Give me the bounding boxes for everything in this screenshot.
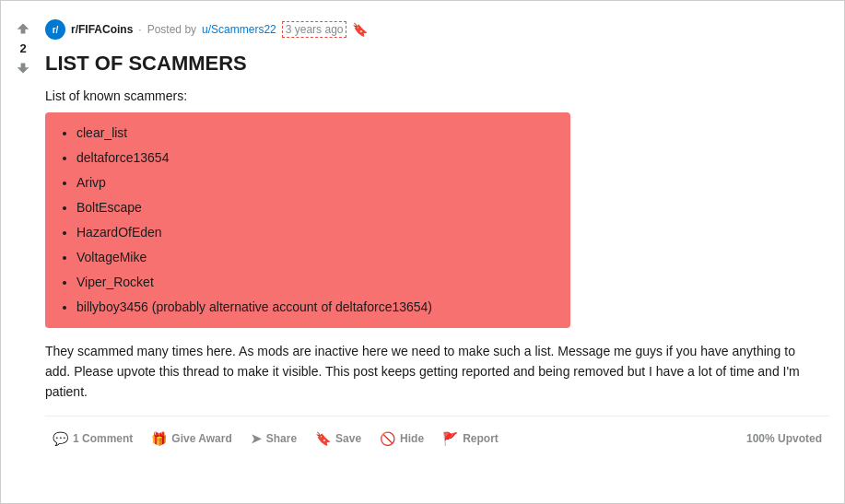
action-icon: 🔖 — [315, 431, 331, 446]
subreddit-name[interactable]: r/FIFACoins — [71, 23, 133, 36]
scammer-list: clear_listdeltaforce13654ArivpBoltEscape… — [60, 123, 556, 317]
hide-button[interactable]: 🚫Hide — [372, 426, 431, 451]
action-icon: 🎁 — [151, 431, 167, 446]
list-item: BoltEscape — [76, 198, 556, 217]
action-label: Report — [463, 432, 499, 445]
content-column: r/ r/FIFACoins · Posted by u/Scammers22 … — [45, 12, 829, 451]
action-label: Hide — [400, 432, 424, 445]
vote-count: 2 — [19, 41, 26, 55]
list-item: clear_list — [76, 123, 556, 143]
action-label: 1 Comment — [73, 432, 133, 445]
separator: · — [138, 23, 141, 36]
posted-by-label: Posted by — [147, 23, 196, 36]
username[interactable]: u/Scammers22 — [202, 23, 276, 36]
list-item: deltaforce13654 — [76, 148, 556, 168]
share-button[interactable]: ➤Share — [243, 426, 304, 451]
action-label: Save — [335, 432, 361, 445]
list-item: billyboy3456 (probably alternative accou… — [76, 298, 556, 317]
action-bar: 💬1 Comment🎁Give Award➤Share🔖Save🚫Hide🚩Re… — [45, 416, 829, 451]
action-icon: 🚩 — [442, 431, 458, 446]
vote-column: 2 — [1, 12, 45, 451]
timestamp: 3 years ago — [282, 21, 347, 38]
post-body: List of known scammers: clear_listdeltaf… — [45, 88, 829, 403]
action-label: Share — [266, 432, 297, 445]
intro-text: List of known scammers: — [45, 88, 829, 103]
upvote-button[interactable] — [14, 19, 32, 38]
action-icon: 💬 — [53, 431, 68, 446]
list-item: Viper_Rocket — [76, 273, 556, 292]
action-icon: ➤ — [251, 431, 262, 446]
report-button[interactable]: 🚩Report — [435, 426, 506, 451]
downvote-button[interactable] — [14, 59, 32, 77]
upvote-percentage: 100% Upvoted — [746, 432, 829, 445]
list-item: Arivp — [76, 173, 556, 193]
scammer-list-box: clear_listdeltaforce13654ArivpBoltEscape… — [45, 112, 570, 328]
subreddit-icon: r/ — [45, 19, 65, 40]
action-label: Give Award — [171, 432, 231, 445]
post-title: LIST OF SCAMMERS — [45, 51, 829, 77]
list-item: HazardOfEden — [76, 223, 556, 242]
action-icon: 🚫 — [380, 431, 395, 446]
give-award-button[interactable]: 🎁Give Award — [144, 426, 239, 451]
list-item: VoltageMike — [76, 248, 556, 267]
post-outer: 2 r/ r/FIFACoins · Posted by u/Scammers2… — [0, 0, 845, 504]
save-button[interactable]: 🔖Save — [308, 426, 369, 451]
post-header: r/ r/FIFACoins · Posted by u/Scammers22 … — [45, 19, 829, 40]
post-container: 2 r/ r/FIFACoins · Posted by u/Scammers2… — [1, 1, 844, 463]
bookmark-icon: 🔖 — [352, 22, 368, 37]
comment-button[interactable]: 💬1 Comment — [45, 426, 140, 451]
post-body-text: They scammed many times here. As mods ar… — [45, 341, 819, 403]
